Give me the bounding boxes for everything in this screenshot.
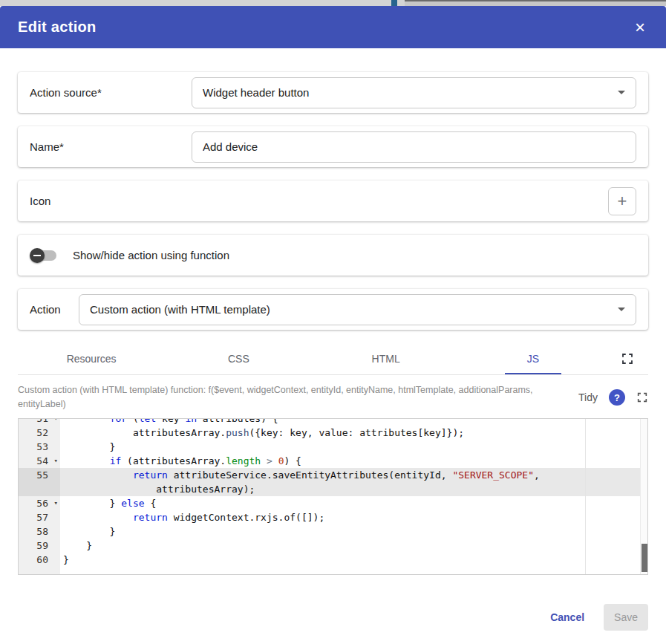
code-editor[interactable]: 51▾ for (let key in attributes) {52 attr…: [18, 418, 648, 575]
screen: Edit action × Action source* Widget head…: [0, 0, 666, 644]
dialog-body: Action source* Widget header button Name…: [0, 48, 666, 604]
background-panel: [405, 0, 666, 6]
name-card: Name*: [18, 126, 648, 167]
line-number: [19, 482, 60, 496]
name-field-wrapper: [192, 131, 636, 163]
code-text: }: [60, 553, 647, 567]
tidy-button[interactable]: Tidy: [578, 391, 598, 403]
tab-label: JS: [527, 353, 539, 365]
code-text: if (attributesArray.length > 0) {: [60, 454, 647, 468]
action-label: Action: [30, 303, 79, 316]
tab-css[interactable]: CSS: [165, 343, 312, 374]
show-hide-card: Show/hide action using function: [18, 235, 648, 276]
editor-actions: Tidy ?: [569, 389, 648, 406]
action-value: Custom action (with HTML template): [90, 303, 270, 316]
code-row[interactable]: 51▾ for (let key in attributes) {: [19, 418, 647, 426]
code-text: attributesArray);: [60, 482, 647, 496]
code-text: return widgetContext.rxjs.of([]);: [60, 510, 647, 524]
scrollbar-thumb[interactable]: [641, 544, 647, 572]
code-text: attributesArray.push({key: key, value: a…: [60, 426, 647, 440]
close-icon[interactable]: ×: [632, 17, 648, 38]
fold-arrow-icon[interactable]: ▾: [54, 454, 58, 468]
line-number: 53: [19, 440, 60, 454]
editor-fullscreen-icon[interactable]: [636, 391, 648, 403]
line-number: 51▾: [19, 418, 60, 426]
background-panel-edge: [391, 0, 397, 6]
code-row[interactable]: 59 }: [19, 539, 647, 553]
code-text: }: [60, 440, 647, 454]
code-text: for (let key in attributes) {: [60, 418, 647, 426]
code-text: }: [60, 539, 647, 553]
save-button[interactable]: Save: [604, 604, 648, 631]
chevron-down-icon: [618, 308, 625, 311]
show-hide-label: Show/hide action using function: [73, 249, 229, 261]
help-icon[interactable]: ?: [609, 389, 625, 406]
action-source-value: Widget header button: [203, 86, 309, 99]
show-hide-toggle[interactable]: [30, 248, 59, 263]
code-text: }: [60, 524, 647, 539]
edit-action-dialog: Edit action × Action source* Widget head…: [0, 6, 666, 644]
code-row[interactable]: 52 attributesArray.push({key: key, value…: [19, 426, 647, 440]
function-signature-row: Custom action (with HTML template) funct…: [18, 375, 648, 418]
line-number: 57: [19, 510, 60, 524]
chevron-down-icon: [618, 91, 625, 94]
dialog-header: Edit action ×: [0, 6, 666, 48]
line-number: 56▾: [19, 496, 60, 510]
name-input[interactable]: [203, 140, 625, 153]
code-row[interactable]: 58 }: [19, 524, 647, 539]
code-row[interactable]: 54▾ if (attributesArray.length > 0) {: [19, 454, 647, 468]
code-row[interactable]: attributesArray);: [19, 482, 647, 496]
line-number: 59: [19, 539, 60, 553]
dialog-footer: Cancel Save: [0, 604, 666, 644]
dialog-title: Edit action: [18, 19, 97, 36]
line-number: 55: [19, 468, 60, 482]
icon-label: Icon: [30, 195, 50, 207]
code-text: return attributeService.saveEntityAttrib…: [60, 468, 647, 482]
code-row[interactable]: 56▾ } else {: [19, 496, 647, 510]
editor-scrollbar[interactable]: [640, 419, 647, 574]
action-card: Action Custom action (with HTML template…: [18, 289, 648, 330]
plus-icon: +: [618, 192, 627, 211]
cancel-button[interactable]: Cancel: [546, 605, 589, 629]
editor-tabs: Resources CSS HTML JS: [18, 343, 648, 374]
line-number: 54▾: [19, 454, 60, 468]
icon-card: Icon +: [18, 180, 648, 221]
code-lines: 51▾ for (let key in attributes) {52 attr…: [19, 418, 647, 567]
tab-js[interactable]: JS: [460, 343, 607, 374]
name-label: Name*: [30, 140, 192, 153]
code-row[interactable]: 57 return widgetContext.rxjs.of([]);: [19, 510, 647, 524]
toggle-knob-off-icon: [30, 248, 45, 263]
code-text: } else {: [60, 496, 647, 510]
function-signature: Custom action (with HTML template) funct…: [18, 383, 538, 412]
line-number: 58: [19, 524, 60, 539]
code-row[interactable]: 60}: [19, 553, 647, 567]
tab-resources[interactable]: Resources: [18, 343, 165, 374]
add-icon-button[interactable]: +: [608, 187, 636, 215]
line-number: 52: [19, 426, 60, 440]
code-row[interactable]: 53 }: [19, 440, 647, 454]
line-number: 60: [19, 553, 60, 567]
tab-label: HTML: [372, 353, 400, 365]
action-source-card: Action source* Widget header button: [18, 72, 648, 113]
action-select[interactable]: Custom action (with HTML template): [79, 294, 636, 325]
background-page-strip: [0, 0, 666, 6]
fullscreen-icon[interactable]: [607, 343, 648, 374]
action-source-select[interactable]: Widget header button: [192, 77, 636, 108]
action-source-label: Action source*: [30, 86, 192, 99]
tab-label: Resources: [67, 353, 117, 365]
tab-label: CSS: [228, 353, 249, 365]
fold-arrow-icon[interactable]: ▾: [54, 496, 58, 510]
tab-html[interactable]: HTML: [313, 343, 460, 374]
code-row[interactable]: 55 return attributeService.saveEntityAtt…: [19, 468, 647, 482]
fold-arrow-icon[interactable]: ▾: [54, 418, 58, 426]
question-mark: ?: [614, 392, 620, 403]
